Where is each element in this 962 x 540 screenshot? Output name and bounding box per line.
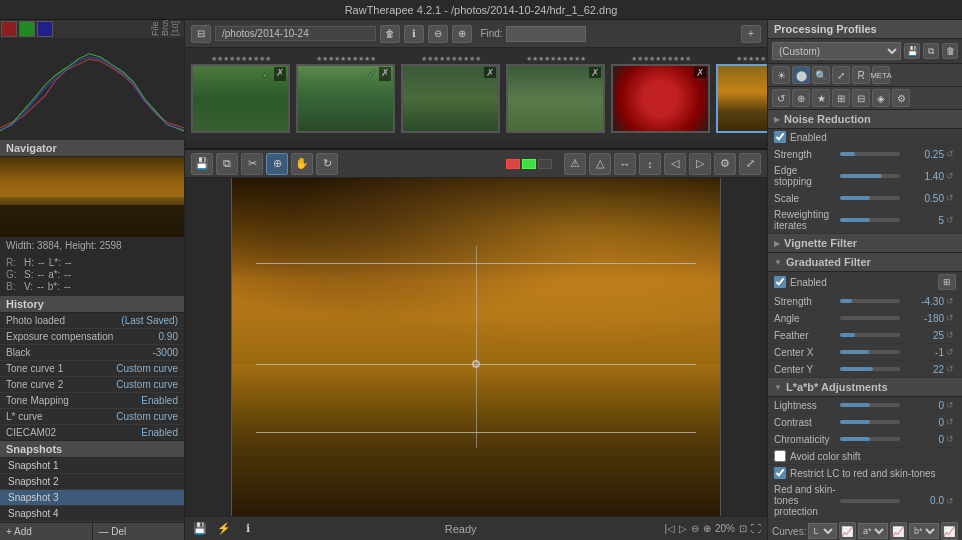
skin-protection-slider[interactable] — [840, 499, 900, 503]
thumb-wrapper-4[interactable]: ✗ — [506, 64, 605, 133]
noise-strength-reset[interactable]: ↺ — [944, 148, 956, 160]
zoom-dot-3[interactable] — [538, 159, 552, 169]
noise-scale-reset[interactable]: ↺ — [944, 192, 956, 204]
prev-btn[interactable]: ◁ — [664, 153, 686, 175]
flip-v-btn[interactable]: ↕ — [639, 153, 661, 175]
profile-copy-btn[interactable]: ⧉ — [923, 43, 939, 59]
zoom-minus[interactable]: ⊖ — [691, 523, 699, 534]
snapshot-item-4[interactable]: Snapshot 4 — [0, 506, 184, 522]
curves-btn-1[interactable]: 📈 — [839, 522, 856, 540]
tool-transform[interactable]: ⤢ — [832, 66, 850, 84]
zoom-play[interactable]: ▷ — [679, 523, 687, 534]
history-item-7[interactable]: CIECAM02 Enabled — [0, 425, 184, 440]
curves-btn-2[interactable]: 📈 — [890, 522, 907, 540]
lab-contrast-reset[interactable]: ↺ — [944, 416, 956, 428]
history-header[interactable]: History — [0, 296, 184, 313]
curves-select-l[interactable]: L — [808, 523, 836, 539]
snapshot-item-1[interactable]: Snapshot 1 — [0, 458, 184, 474]
zoom-dot-2[interactable] — [522, 159, 536, 169]
copy-btn[interactable]: ⧉ — [216, 153, 238, 175]
histogram-green-channel[interactable] — [19, 21, 35, 37]
flip-h-btn[interactable]: ↔ — [614, 153, 636, 175]
vignette-filter-collapse[interactable]: ▶ Vignette Filter — [768, 234, 962, 253]
lab-chromaticity-reset[interactable]: ↺ — [944, 433, 956, 445]
histogram-blue-channel[interactable] — [37, 21, 53, 37]
history-item-1[interactable]: Exposure compensation 0.90 — [0, 329, 184, 345]
filter-btn[interactable]: ⊟ — [191, 25, 211, 43]
curves-select-a[interactable]: a* — [858, 523, 888, 539]
queue-icon[interactable]: ⚡ — [215, 520, 233, 538]
thumb-del-4[interactable]: ✗ — [589, 67, 601, 78]
image-area[interactable] — [185, 178, 767, 516]
save-btn[interactable]: 💾 — [191, 153, 213, 175]
tool2-1[interactable]: ↺ — [772, 89, 790, 107]
warning2-btn[interactable]: △ — [589, 153, 611, 175]
curves-btn-3[interactable]: 📈 — [941, 522, 958, 540]
filmstrip-scrollbar[interactable] — [185, 140, 767, 148]
gf-feather-reset[interactable]: ↺ — [944, 329, 956, 341]
thumb-wrapper-6[interactable]: ✓ ✗ — [716, 64, 767, 133]
crop-btn[interactable]: ✂ — [241, 153, 263, 175]
tool2-6[interactable]: ◈ — [872, 89, 890, 107]
thumb-del-2[interactable]: ✗ — [379, 67, 391, 81]
zoom-fit[interactable]: ⊡ — [739, 523, 747, 534]
rotate-btn[interactable]: ↻ — [316, 153, 338, 175]
lab-chromaticity-slider[interactable] — [840, 437, 900, 441]
noise-scale-slider[interactable] — [840, 196, 900, 200]
gradient-btn[interactable]: ⊕ — [266, 153, 288, 175]
snapshot-item-3[interactable]: Snapshot 3 — [0, 490, 184, 506]
noise-edge-reset[interactable]: ↺ — [944, 170, 956, 182]
tool2-4[interactable]: ⊞ — [832, 89, 850, 107]
history-item-5[interactable]: Tone Mapping Enabled — [0, 393, 184, 409]
curves-select-b[interactable]: b* — [909, 523, 939, 539]
tool2-7[interactable]: ⚙ — [892, 89, 910, 107]
warning-btn[interactable]: ⚠ — [564, 153, 586, 175]
tool-exposure[interactable]: ☀ — [772, 66, 790, 84]
tool2-2[interactable]: ⊕ — [792, 89, 810, 107]
avoid-color-shift-checkbox[interactable] — [774, 450, 786, 462]
gf-extra-btn[interactable]: ⊞ — [938, 274, 956, 290]
expand-btn[interactable]: ⤢ — [739, 153, 761, 175]
snapshots-list[interactable]: Snapshot 1 Snapshot 2 Snapshot 3 Snapsho… — [0, 458, 184, 522]
gf-feather-slider[interactable] — [840, 333, 900, 337]
zoom-plus[interactable]: ⊕ — [703, 523, 711, 534]
restrict-lc-checkbox[interactable] — [774, 467, 786, 479]
noise-edge-slider[interactable] — [840, 174, 900, 178]
zoom-fullscreen[interactable]: ⛶ — [751, 523, 761, 534]
histogram-red-channel[interactable] — [1, 21, 17, 37]
thumb-wrapper-3[interactable]: ✗ — [401, 64, 500, 133]
next-btn[interactable]: ▷ — [689, 153, 711, 175]
settings-btn[interactable]: ⚙ — [714, 153, 736, 175]
lab-lightness-slider[interactable] — [840, 403, 900, 407]
tool-raw[interactable]: R — [852, 66, 870, 84]
tool2-3[interactable]: ★ — [812, 89, 830, 107]
history-list[interactable]: Photo loaded (Last Saved) Exposure compe… — [0, 313, 184, 440]
filmstrip-add-btn[interactable]: + — [741, 25, 761, 43]
zoom-dot-1[interactable] — [506, 159, 520, 169]
snapshot-item-2[interactable]: Snapshot 2 — [0, 474, 184, 490]
path-input[interactable] — [215, 26, 376, 41]
toolbar-zoom-in-btn[interactable]: ⊕ — [452, 25, 472, 43]
navigator-header[interactable]: Navigator — [0, 140, 184, 157]
gf-strength-slider[interactable] — [840, 299, 900, 303]
noise-reduction-collapse[interactable]: ▶ Noise Reduction — [768, 110, 962, 129]
gf-centerx-reset[interactable]: ↺ — [944, 346, 956, 358]
noise-enabled-checkbox[interactable] — [774, 131, 786, 143]
hand-btn[interactable]: ✋ — [291, 153, 313, 175]
thumb-wrapper-1[interactable]: ✓ ✗ — [191, 64, 290, 133]
save-icon[interactable]: 💾 — [191, 520, 209, 538]
thumbnail-1[interactable]: ★★★★★★★★★★ ✓ ✗ — [191, 55, 290, 133]
lab-lightness-reset[interactable]: ↺ — [944, 399, 956, 411]
toolbar-info-btn[interactable]: ℹ — [404, 25, 424, 43]
lab-adjustments-collapse[interactable]: ▼ L*a*b* Adjustments — [768, 378, 962, 397]
thumbnail-2[interactable]: ★★★★★★★★★★ ✓ ✗ — [296, 55, 395, 133]
gf-centery-reset[interactable]: ↺ — [944, 363, 956, 375]
thumb-del-3[interactable]: ✗ — [484, 67, 496, 78]
gf-enabled-checkbox[interactable] — [774, 276, 786, 288]
info-icon[interactable]: ℹ — [239, 520, 257, 538]
delete-snapshot-button[interactable]: — Del — [93, 523, 185, 540]
profile-select[interactable]: (Custom) — [772, 42, 901, 60]
toolbar-zoom-out-btn[interactable]: ⊖ — [428, 25, 448, 43]
lab-contrast-slider[interactable] — [840, 420, 900, 424]
tool-color[interactable]: ⬤ — [792, 66, 810, 84]
